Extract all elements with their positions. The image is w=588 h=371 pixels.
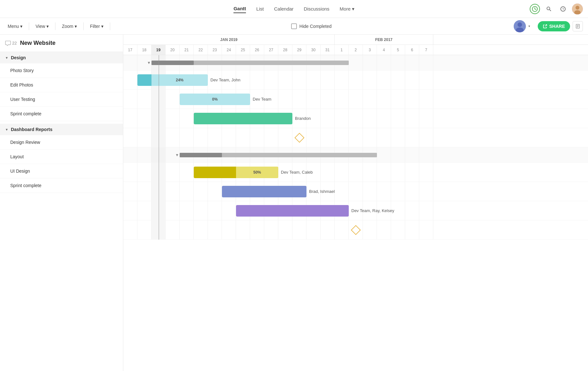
gantt-row-user-testing: Brandon — [123, 109, 588, 128]
svg-text:?: ? — [562, 7, 564, 11]
gantt-cell — [236, 128, 250, 147]
avatar-dropdown-icon[interactable]: ▾ — [528, 24, 530, 28]
gantt-cell — [391, 90, 405, 109]
help-button[interactable]: ? — [558, 4, 568, 14]
gantt-day-4: 4 — [377, 45, 391, 55]
gantt-cell — [321, 109, 335, 128]
gantt-cell — [278, 90, 292, 109]
gantt-cell — [391, 220, 405, 239]
task-layout[interactable]: Layout — [0, 150, 123, 164]
section-design[interactable]: ▼ Design — [0, 52, 123, 63]
gantt-cell — [222, 128, 236, 147]
gantt-bar-solid[interactable]: Dev Team, Ray, Kelsey — [236, 205, 349, 217]
gantt-summary-bar[interactable] — [180, 153, 377, 157]
nav-calendar[interactable]: Calendar — [274, 5, 294, 13]
gantt-bar-progress[interactable]: 50%Dev Team, Caleb — [194, 167, 278, 178]
summary-collapse-icon[interactable]: ▼ — [147, 61, 151, 65]
search-button[interactable] — [544, 4, 554, 14]
hide-completed-checkbox[interactable] — [291, 23, 297, 29]
gantt-cell — [180, 163, 194, 182]
gantt-cell — [335, 109, 349, 128]
zoom-button[interactable]: Zoom ▾ — [59, 22, 79, 30]
task-sprint-complete-2[interactable]: Sprint complete — [0, 178, 123, 193]
gantt-cell — [391, 128, 405, 147]
gantt-cell — [377, 182, 391, 201]
gantt-cell — [321, 128, 335, 147]
gantt-cell — [278, 70, 292, 89]
gantt-cell — [194, 182, 208, 201]
task-ui-design[interactable]: UI Design — [0, 164, 123, 178]
nav-list[interactable]: List — [256, 5, 264, 13]
menu-button[interactable]: Menu ▾ — [5, 22, 25, 30]
gantt-summary-bar[interactable] — [151, 61, 349, 65]
gantt-cell — [419, 90, 433, 109]
gantt-bar-solid[interactable]: Brandon — [194, 113, 292, 124]
gantt-cell — [292, 220, 306, 239]
user-avatar-toolbar[interactable] — [514, 20, 526, 32]
gantt-cell — [405, 128, 419, 147]
nav-discussions[interactable]: Discussions — [304, 5, 330, 13]
gantt-cell — [123, 90, 137, 109]
task-design-review[interactable]: Design Review — [0, 135, 123, 150]
filter-button[interactable]: Filter ▾ — [87, 22, 106, 30]
doc-button[interactable] — [573, 21, 583, 31]
gantt-area[interactable]: JAN 2019 FEB 2017 1718192021222324252627… — [123, 35, 588, 371]
gantt-cell — [335, 90, 349, 109]
menu-chevron-icon: ▾ — [20, 24, 22, 29]
gantt-cell — [194, 220, 208, 239]
gantt-day-28: 28 — [278, 45, 292, 55]
gantt-cell — [250, 220, 264, 239]
summary-collapse-icon[interactable]: ▼ — [175, 153, 179, 157]
gantt-cell — [377, 70, 391, 89]
share-button[interactable]: SHARE — [538, 21, 570, 31]
comment-badge[interactable]: 22 — [5, 40, 17, 46]
task-photo-story[interactable]: Photo Story — [0, 63, 123, 78]
gantt-cell — [349, 109, 363, 128]
gantt-cell — [137, 128, 151, 147]
gantt-cell — [180, 128, 194, 147]
gantt-cell — [137, 109, 151, 128]
gantt-cell — [335, 70, 349, 89]
user-avatar-nav[interactable] — [572, 4, 583, 14]
nav-more[interactable]: More ▾ — [340, 5, 355, 13]
gantt-cell — [151, 220, 166, 239]
view-button[interactable]: View ▾ — [33, 22, 51, 30]
gantt-cell — [419, 147, 433, 162]
gantt-day-26: 26 — [250, 45, 264, 55]
gantt-cell — [391, 109, 405, 128]
timer-button[interactable] — [530, 4, 540, 14]
section-dashboard[interactable]: ▼ Dashboard Reports — [0, 124, 123, 135]
toolbar-right: ▾ SHARE — [511, 20, 583, 32]
gantt-cell — [377, 90, 391, 109]
gantt-cell — [264, 70, 278, 89]
gantt-cell — [377, 55, 391, 70]
gantt-day-18: 18 — [137, 45, 151, 55]
task-edit-photos[interactable]: Edit Photos — [0, 78, 123, 92]
toolbar-separator-4 — [110, 22, 110, 30]
gantt-bar-progress[interactable]: 24%Dev Team, John — [137, 74, 208, 86]
svg-point-1 — [547, 7, 550, 10]
gantt-cell — [123, 201, 137, 220]
toolbar-separator-2 — [55, 22, 55, 30]
more-chevron-icon: ▾ — [352, 6, 355, 12]
gantt-cell — [208, 201, 222, 220]
gantt-row-sprint-complete-2 — [123, 220, 588, 240]
gantt-cell — [137, 182, 151, 201]
gantt-cell — [208, 220, 222, 239]
gantt-bar-empty[interactable]: 0%Dev Team — [180, 94, 250, 105]
gantt-cell — [151, 90, 166, 109]
hide-completed-label: Hide Completed — [299, 24, 331, 29]
gantt-day-23: 23 — [208, 45, 222, 55]
gantt-cell — [377, 163, 391, 182]
gantt-cell — [180, 182, 194, 201]
gantt-cell — [405, 220, 419, 239]
gantt-row-dashboard-summary: ▼ — [123, 147, 588, 163]
gantt-bar-solid[interactable]: Brad, Ishmael — [222, 186, 306, 197]
task-sprint-complete-1[interactable]: Sprint complete — [0, 107, 123, 121]
gantt-bar-assignee: Brandon — [295, 116, 311, 121]
gantt-day-31: 31 — [321, 45, 335, 55]
gantt-cell — [180, 201, 194, 220]
nav-gantt[interactable]: Gantt — [233, 4, 246, 13]
gantt-cell — [363, 182, 377, 201]
task-user-testing[interactable]: User Testing — [0, 92, 123, 107]
